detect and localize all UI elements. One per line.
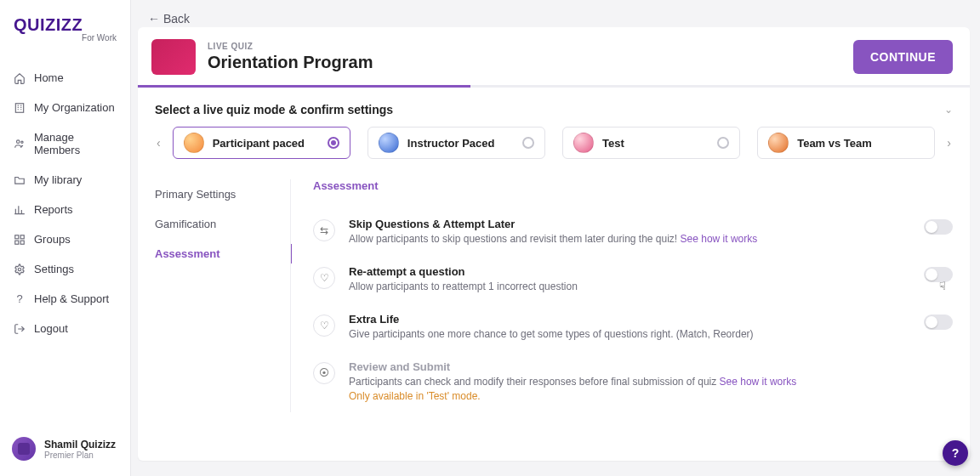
sidebar-item-groups[interactable]: Groups [0,224,130,254]
setting-title: Review and Submit [349,360,953,373]
quiz-thumbnail [151,39,196,75]
sidebar-item-label: Settings [34,263,74,275]
user-name: Shamil Quizizz [44,439,116,450]
sidebar-item-label: My Organization [34,101,115,114]
nav: Home My Organization Manage Members My l… [0,63,130,427]
svg-rect-4 [20,235,24,238]
tab-assessment[interactable]: Assessment [155,239,291,269]
sidebar-item-label: My library [34,173,82,186]
setting-desc: Give participants one more chance to get… [349,328,910,340]
mode-team-vs-team[interactable]: Team vs Team [757,127,935,159]
sidebar-item-logout[interactable]: Logout [0,314,130,343]
svg-rect-5 [15,241,19,244]
quiz-title: Orientation Program [208,53,841,72]
collapse-section-icon[interactable]: ⌄ [944,104,953,116]
help-bubble[interactable]: ? [943,440,968,466]
svg-rect-0 [15,103,23,112]
svg-rect-6 [20,241,24,244]
progress-fill [138,85,470,88]
see-how-link[interactable]: See how it works [681,233,758,245]
sidebar: QUIZIZZ For Work Home My Organization [0,0,131,476]
header: LIVE QUIZ Orientation Program CONTINUE [138,27,970,85]
toggle-extra-life[interactable] [924,314,953,330]
chart-icon [14,204,26,216]
continue-button[interactable]: CONTINUE [853,40,953,74]
sidebar-item-label: Groups [34,233,71,246]
logout-icon [14,323,26,335]
home-icon [14,72,26,84]
setting-reattempt: ♡ Re-attempt a question Allow participan… [313,255,953,303]
setting-title: Re-attempt a question [349,265,910,278]
mode-label: Instructor Paced [407,137,495,150]
gear-icon [14,264,26,275]
mode-prev-arrow-icon[interactable]: ‹ [155,136,162,150]
svg-point-7 [18,268,21,271]
sidebar-item-home[interactable]: Home [0,63,130,93]
sidebar-item-label: Logout [34,322,68,335]
brand: QUIZIZZ For Work [0,0,130,49]
setting-extra-life: ♡ Extra Life Give participants one more … [313,303,953,350]
grid-icon [14,234,26,246]
reattempt-icon: ♡ [313,267,335,289]
sidebar-item-settings[interactable]: Settings [0,254,130,284]
sidebar-item-reports[interactable]: Reports [0,195,130,224]
sidebar-item-label: Home [34,71,64,84]
mode-label: Team vs Team [797,137,872,150]
skip-icon: ⇆ [313,219,335,241]
mode-label: Test [602,137,624,150]
review-icon: ⦿ [313,362,335,384]
setting-desc: Allow participants to reattempt 1 incorr… [349,280,910,292]
settings-body: Assessment ⇆ Skip Questions & Attempt La… [291,179,953,412]
tab-gamification[interactable]: Gamification [155,209,291,239]
quiz-kicker: LIVE QUIZ [208,42,841,51]
settings-tabs: Primary Settings Gamification Assessment [155,179,291,412]
mode-instructor-paced[interactable]: Instructor Paced [368,127,545,159]
sidebar-item-organization[interactable]: My Organization [0,93,130,122]
sidebar-item-help[interactable]: ? Help & Support [0,284,130,314]
sidebar-item-label: Reports [34,203,73,216]
user-plan: Premier Plan [44,450,116,460]
mode-next-arrow-icon[interactable]: › [945,136,953,150]
toggle-reattempt[interactable] [924,267,953,282]
setting-skip-questions: ⇆ Skip Questions & Attempt Later Allow p… [313,207,953,255]
user-box[interactable]: Shamil Quizizz Premier Plan [0,427,130,476]
mode-instructor-icon [379,133,399,153]
radio-icon [522,137,534,149]
mode-participant-paced[interactable]: Participant paced [173,127,350,159]
main: ← Back LIVE QUIZ Orientation Program CON… [131,0,980,476]
mode-test[interactable]: Test [562,127,740,159]
setting-title: Skip Questions & Attempt Later [349,218,910,230]
assessment-heading: Assessment [313,179,953,192]
svg-point-2 [21,141,23,143]
mode-team-icon [768,133,789,153]
setting-warning: Only available in 'Test' mode. [349,390,953,402]
sidebar-item-label: Manage Members [34,131,117,156]
avatar [12,437,36,461]
svg-point-1 [17,140,20,144]
content-card: LIVE QUIZ Orientation Program CONTINUE S… [138,27,970,461]
heart-icon: ♡ [313,314,335,337]
setting-desc: Allow participants to skip questions and… [349,233,910,245]
sidebar-item-label: Help & Support [34,292,109,305]
mode-test-icon [573,133,594,153]
sidebar-item-members[interactable]: Manage Members [0,122,130,165]
mode-participant-icon [184,133,204,153]
building-icon [14,102,26,114]
folder-icon [14,174,26,186]
radio-icon [328,137,339,149]
mode-label: Participant paced [213,137,305,150]
mode-section-title: Select a live quiz mode & confirm settin… [155,103,393,116]
sidebar-item-library[interactable]: My library [0,165,130,195]
progress-bar [138,85,970,88]
setting-title: Extra Life [349,313,910,326]
setting-review-submit: ⦿ Review and Submit Participants can che… [313,350,953,412]
back-link[interactable]: ← Back [148,12,190,26]
toggle-skip-questions[interactable] [924,219,953,235]
radio-icon [717,137,729,149]
see-how-link[interactable]: See how it works [720,376,797,388]
users-icon [14,138,26,150]
question-icon: ? [14,293,26,305]
tab-primary-settings[interactable]: Primary Settings [155,179,291,209]
brand-logo: QUIZIZZ [14,15,117,35]
setting-desc: Participants can check and modify their … [349,376,953,388]
